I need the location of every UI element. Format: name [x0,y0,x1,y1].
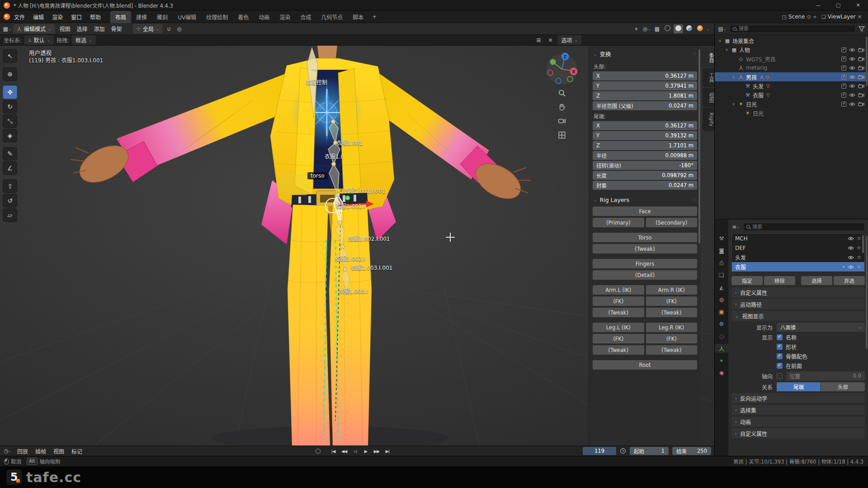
auto-keying-icon[interactable] [316,449,321,454]
disable-render-camera-icon[interactable] [858,66,864,70]
editor-type-icon[interactable]: ▦⌄ [3,25,12,33]
close-button[interactable]: ✕ [848,0,868,11]
relation-option-button[interactable]: 尾端 [777,382,821,391]
scene-selector[interactable]: ◳ Scene ⊙ + [782,14,817,20]
shading-dropdown-icon[interactable]: ⌄ [706,27,710,31]
transform-field[interactable]: Z1.8081 m [593,91,697,100]
hide-eye-icon[interactable] [849,56,855,61]
panel-grip-icon[interactable]: ∷ [693,52,696,56]
star-icon[interactable]: ☆ [857,245,861,251]
expand-arrow-icon[interactable]: ∨ [731,75,736,79]
frame-start-field[interactable]: 起始 1 [630,447,669,455]
outliner-row[interactable]: ⚒ 头发 ▽ [715,81,868,90]
checkbox-checked[interactable] [777,344,783,350]
properties-tab-world[interactable]: ◍ [716,295,727,304]
menu-item[interactable]: 窗口 [67,11,86,23]
rig-layer-button[interactable]: Leg.L (IK) [593,323,644,332]
timeline-editor-icon[interactable]: ◷⌄ [3,447,12,455]
hide-eye-icon[interactable] [849,84,855,89]
xray-toggle-icon[interactable]: ▩ [652,25,661,33]
list-action-button[interactable]: 指定 [731,276,763,285]
expand-arrow-icon[interactable]: ∨ [724,47,729,52]
expand-arrow-icon[interactable]: ∨ [717,38,722,43]
rig-layer-button[interactable]: Arm.L (IK) [593,285,644,295]
bone-collection-row[interactable]: 头发 ☆ [732,253,864,262]
transform-field[interactable]: 长度0.098792 m [593,171,697,180]
menu-item[interactable]: 文件 [10,11,29,23]
bone-collection-row[interactable]: 衣服 • ☆ [732,262,864,272]
transform-field[interactable]: X0.36127 m [593,71,697,80]
hide-eye-icon[interactable] [849,66,855,70]
timeline-menu-item[interactable]: 视图 [50,446,68,456]
transform-field[interactable]: 半径0.00988 m [593,151,697,160]
transform-panel-header[interactable]: ⌄ 变换 ∷ [593,47,697,61]
disable-render-camera-icon[interactable] [858,102,864,107]
transform-field[interactable]: 封套0.0247 m [593,181,697,190]
roll-tool[interactable]: ↺ [3,194,17,207]
exclude-checkbox[interactable] [841,75,846,80]
properties-tab-tool[interactable]: ⚒ [716,234,727,243]
hide-eye-icon[interactable] [848,236,854,241]
shading-solid-icon[interactable] [674,24,683,33]
panel-grip-icon[interactable]: ∷ [693,197,696,202]
rig-layer-button[interactable]: (FK) [593,334,644,343]
n-panel-scrollbar[interactable] [698,49,700,244]
add-workspace-button[interactable]: + [368,12,380,22]
viewport-menu-item[interactable]: 添加 [91,23,108,34]
star-icon[interactable]: ☆ [857,264,861,270]
n-panel-tab[interactable]: 工具 [703,68,714,87]
collapsed-section[interactable]: ›运动路径 [731,299,865,309]
grid-icon[interactable]: ⊞ [534,36,543,44]
rig-layer-button[interactable]: Torso [593,233,697,242]
list-action-button[interactable]: 弃选 [834,276,865,285]
checkbox-checked[interactable] [777,334,783,340]
hide-eye-icon[interactable] [849,47,855,52]
relation-option-button[interactable]: 头部 [821,382,865,391]
workspace-tab[interactable]: 建模 [131,11,152,23]
frame-end-field[interactable]: 结束 250 [672,447,711,455]
viewport-display-header[interactable]: ⌄ 视图显示 [731,311,865,321]
bone-collection-row[interactable]: MCH ☆ [732,234,864,243]
checkbox-checked[interactable] [777,353,783,359]
rig-layer-button[interactable]: (FK) [646,334,698,343]
rig-layer-button[interactable]: Root [593,360,697,370]
menu-item[interactable]: 渲染 [48,11,67,23]
zoom-icon[interactable] [558,89,566,97]
n-panel-tab[interactable]: Rigify [703,108,714,131]
rig-layer-button[interactable]: (Primary) [593,218,644,227]
shading-rendered-icon[interactable] [695,24,705,33]
select-box-tool[interactable]: ↖ [3,49,17,63]
drag-mode-dropdown[interactable]: 框选 ⌄ [72,35,96,45]
mode-selector[interactable]: 人 编辑模式 ⌄ [13,24,55,33]
move-tool[interactable]: ✜ [3,85,17,99]
shading-material-icon[interactable] [684,24,694,33]
collapsed-section[interactable]: ›反向运动学 [731,393,865,403]
outliner-row[interactable]: ∨ ▦ 场景集合 [715,36,868,45]
hide-eye-icon[interactable] [849,75,855,80]
hide-eye-icon[interactable] [849,93,855,98]
checkbox-checked[interactable] [777,363,783,369]
exclude-checkbox[interactable] [841,56,846,61]
view-layer-selector[interactable]: ❏ ViewLayer ✕ [821,14,862,20]
workspace-tab[interactable]: 动画 [254,11,274,23]
annotate-tool[interactable]: ✎ [3,147,17,160]
rig-layer-button[interactable]: (Detail) [593,270,697,280]
rig-layer-button[interactable]: Leg.R (IK) [646,323,698,332]
rig-layer-button[interactable]: (Secondary) [646,218,698,227]
rig-layer-button[interactable]: Arm.R (IK) [646,285,698,295]
rig-layer-button[interactable]: (Tweak) [646,308,698,317]
current-frame-field[interactable]: 119 [583,447,616,455]
properties-tab-object-data[interactable]: 人 [715,344,728,353]
rig-layer-button[interactable]: (Tweak) [646,345,698,355]
disable-render-camera-icon[interactable] [858,75,864,80]
star-icon[interactable]: ☆ [857,235,861,241]
clear-icon[interactable]: ✕ [546,36,555,44]
filter-funnel-icon[interactable] [859,26,865,32]
timeline-menu-item[interactable]: 标记 [68,446,86,456]
jump-start-button[interactable]: |◀ [328,447,338,455]
outliner-search-input[interactable] [739,26,853,32]
axis-position-slider[interactable]: 位置 0.0 [786,371,865,380]
viewport-3d[interactable]: 用户透视 (119) 男孩 : 衣服1.003.I.001 衣服控制衣服1.00… [0,46,714,446]
properties-tab-output[interactable]: ⎙ [716,258,727,267]
collapsed-section[interactable]: ›动画 [731,417,865,427]
